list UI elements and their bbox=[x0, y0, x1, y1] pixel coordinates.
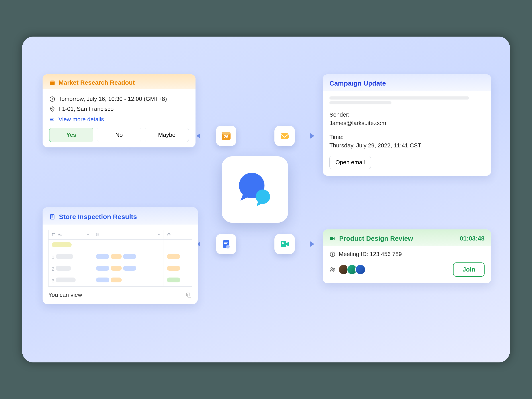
svg-point-32 bbox=[97, 234, 97, 235]
video-app-icon bbox=[274, 234, 295, 254]
svg-point-44 bbox=[333, 268, 335, 270]
meeting-timer: 01:03:48 bbox=[460, 235, 485, 242]
svg-rect-14 bbox=[281, 241, 286, 247]
meeting-title: Product Design Review bbox=[339, 235, 413, 242]
svg-point-30 bbox=[97, 234, 97, 234]
location-pin-icon bbox=[49, 106, 55, 112]
attendees-icon bbox=[329, 266, 336, 273]
chevron-down-icon[interactable] bbox=[157, 233, 160, 236]
sender-label: Sender: bbox=[329, 111, 485, 119]
placeholder-line bbox=[329, 96, 469, 100]
connector-lines bbox=[22, 37, 89, 70]
time-label: Time: bbox=[329, 133, 485, 141]
svg-point-15 bbox=[282, 242, 284, 244]
calendar-event-card: Market Research Readout Tomorrow, July 1… bbox=[43, 74, 196, 147]
join-meeting-button[interactable]: Join bbox=[453, 262, 485, 277]
arrow-right-icon bbox=[310, 133, 314, 139]
details-icon bbox=[49, 116, 55, 123]
meeting-card: Product Design Review 01:03:48 Meeting I… bbox=[323, 229, 491, 283]
placeholder-line bbox=[329, 101, 392, 104]
permission-text: You can view bbox=[48, 291, 82, 298]
table-row: 1 bbox=[49, 251, 192, 263]
svg-rect-7 bbox=[222, 132, 231, 134]
calendar-app-icon: 26 bbox=[216, 126, 236, 146]
document-card: Store Inspection Results A三 bbox=[43, 207, 198, 304]
avatar bbox=[355, 264, 366, 275]
rsvp-maybe-button[interactable]: Maybe bbox=[145, 128, 189, 142]
svg-rect-12 bbox=[224, 243, 227, 244]
text-type-icon: A三 bbox=[58, 233, 62, 237]
event-title: Market Research Readout bbox=[58, 79, 135, 86]
svg-text:26: 26 bbox=[224, 134, 228, 139]
svg-point-19 bbox=[52, 108, 53, 109]
svg-point-43 bbox=[331, 267, 332, 269]
calendar-mini-icon bbox=[49, 80, 55, 86]
svg-point-34 bbox=[97, 235, 97, 236]
messenger-hub-icon bbox=[222, 156, 288, 223]
view-more-details-link[interactable]: View more details bbox=[49, 116, 189, 123]
canvas: 26 Market Research Reado bbox=[22, 37, 510, 362]
svg-rect-37 bbox=[188, 294, 191, 297]
rsvp-no-button[interactable]: No bbox=[97, 128, 141, 142]
info-icon bbox=[329, 251, 336, 257]
svg-rect-11 bbox=[224, 242, 228, 242]
svg-rect-27 bbox=[52, 234, 55, 236]
video-camera-icon bbox=[329, 235, 336, 242]
results-table: A三 bbox=[48, 230, 192, 287]
event-location: F1-01, San Francisco bbox=[58, 106, 114, 112]
open-email-button[interactable]: Open email bbox=[329, 156, 371, 169]
attendee-avatars bbox=[338, 264, 366, 275]
svg-point-5 bbox=[256, 190, 270, 204]
event-time: Tomorrow, July 16, 10:30 - 12:00 (GMT+8) bbox=[58, 95, 167, 102]
svg-text:三: 三 bbox=[60, 234, 62, 236]
copy-icon[interactable] bbox=[186, 292, 192, 298]
document-icon bbox=[49, 214, 55, 220]
email-card: Campaign Update Sender: James@larksuite.… bbox=[323, 74, 491, 176]
table-row: 2 bbox=[49, 263, 192, 275]
svg-point-13 bbox=[226, 245, 230, 248]
chevron-down-icon[interactable] bbox=[86, 233, 89, 236]
svg-point-42 bbox=[332, 253, 333, 253]
arrow-right-icon bbox=[310, 241, 314, 247]
svg-rect-17 bbox=[50, 81, 55, 82]
select-icon bbox=[167, 233, 171, 237]
svg-rect-39 bbox=[330, 237, 333, 240]
table-row: 3 bbox=[49, 275, 192, 287]
list-icon bbox=[96, 233, 100, 237]
rsvp-yes-button[interactable]: Yes bbox=[49, 128, 93, 142]
email-title: Campaign Update bbox=[323, 74, 491, 91]
svg-text:A: A bbox=[58, 233, 60, 236]
checkbox-icon[interactable] bbox=[52, 233, 56, 237]
docs-app-icon bbox=[216, 234, 236, 254]
mail-app-icon bbox=[274, 126, 295, 146]
table-row bbox=[49, 240, 192, 251]
svg-rect-38 bbox=[187, 293, 190, 296]
document-title: Store Inspection Results bbox=[59, 213, 137, 221]
svg-rect-9 bbox=[281, 133, 289, 139]
time-value: Thursday, July 29, 2022, 11:41 CST bbox=[329, 141, 485, 150]
meeting-id: Meeting ID: 123 456 789 bbox=[339, 251, 402, 258]
clock-icon bbox=[49, 96, 55, 102]
sender-value: James@larksuite.com bbox=[329, 119, 485, 127]
arrow-left-icon bbox=[196, 133, 200, 139]
